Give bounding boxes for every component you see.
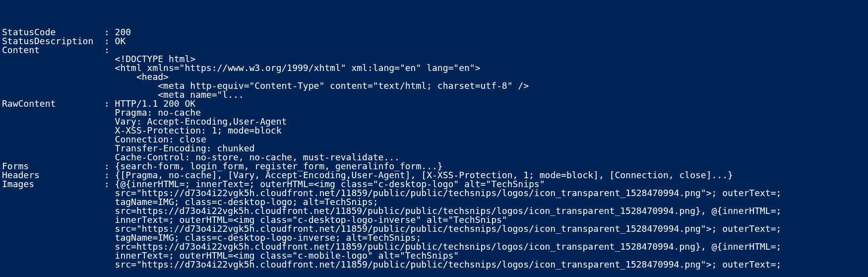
indent — [2, 259, 115, 270]
property-value-continuation: <html xmlns="https://www.w3.org/1999/xht… — [115, 63, 481, 73]
output-line: StatusDescription : OK — [2, 37, 866, 46]
output-line: src="https://d73o4i22vgk5h.cloudfront.ne… — [2, 260, 866, 269]
output-line: StatusCode : 200 — [2, 28, 866, 37]
property-value: OK — [115, 36, 126, 46]
terminal-output: StatusCode : 200StatusDescription : OKCo… — [2, 28, 866, 269]
property-value-continuation: src="https://d73o4i22vgk5h.cloudfront.ne… — [115, 259, 782, 270]
